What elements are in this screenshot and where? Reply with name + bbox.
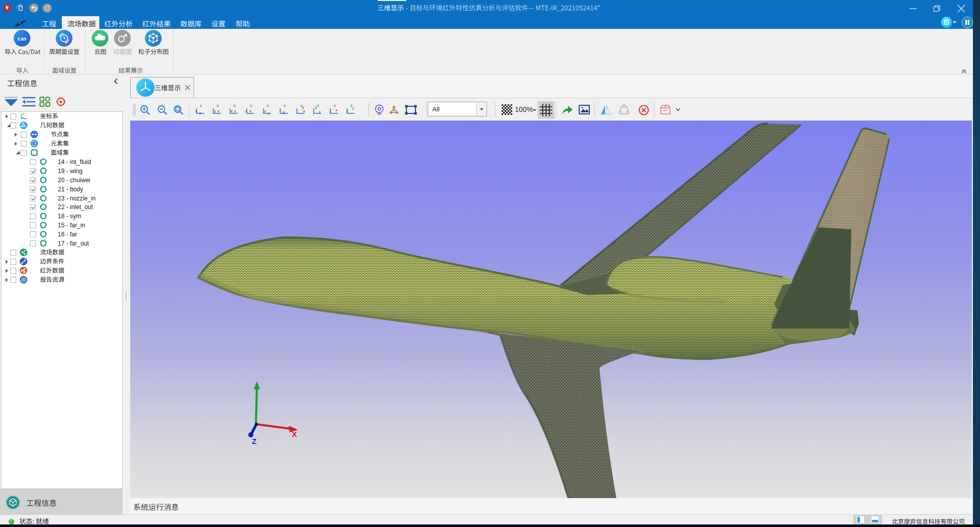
- svg-text:x: x: [249, 109, 252, 113]
- svg-text:z: z: [279, 108, 281, 112]
- svg-text:x: x: [217, 109, 220, 113]
- svg-text:z: z: [319, 110, 321, 114]
- svg-text:z: z: [234, 109, 236, 113]
- svg-text:Z: Z: [252, 437, 256, 445]
- svg-text:z: z: [22, 116, 23, 119]
- svg-text:Y: Y: [250, 104, 252, 108]
- svg-text:x: x: [231, 109, 233, 113]
- svg-text:Y: Y: [22, 112, 24, 115]
- svg-text:x: x: [25, 117, 27, 120]
- svg-text:x: x: [335, 108, 338, 112]
- svg-text:X: X: [292, 430, 297, 438]
- svg-text:x: x: [303, 109, 306, 113]
- svg-text:z: z: [346, 109, 348, 113]
- svg-text:x: x: [195, 109, 198, 113]
- svg-text:Y: Y: [216, 104, 219, 108]
- svg-text:Y: Y: [317, 104, 319, 108]
- svg-text:z: z: [264, 109, 266, 113]
- svg-text:Y: Y: [283, 104, 286, 108]
- svg-text:y: y: [352, 106, 355, 110]
- svg-text:Y: Y: [267, 104, 269, 108]
- svg-text:cas: cas: [18, 34, 26, 42]
- svg-text:Y: Y: [200, 104, 202, 108]
- svg-text:z: z: [329, 109, 331, 113]
- svg-text:z: z: [214, 109, 216, 113]
- svg-text:z: z: [199, 111, 201, 115]
- svg-text:Y: Y: [233, 104, 236, 108]
- svg-text:z: z: [245, 109, 247, 113]
